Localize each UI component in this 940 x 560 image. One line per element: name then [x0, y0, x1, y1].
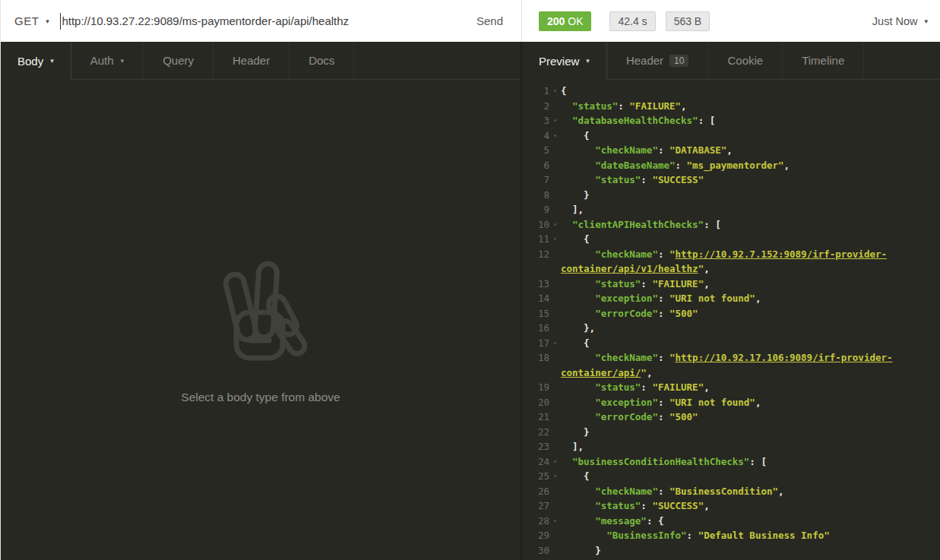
fold-arrow-icon[interactable]: ▾ — [549, 336, 561, 351]
json-punctuation: ], — [572, 204, 584, 215]
code-line-text: "checkName": "http://10.92.7.152:9089/ir… — [561, 247, 887, 262]
json-link[interactable]: http://10.92.7.152:9089/irf-provider- — [676, 248, 887, 260]
code-row: 23], — [522, 439, 940, 454]
tab-timeline[interactable]: Timeline — [783, 42, 864, 79]
json-punctuation: : { — [647, 515, 664, 527]
json-link[interactable]: http://10.92.17.106:9089/irf-provider- — [676, 352, 893, 363]
json-string: "Default Business Info" — [698, 530, 830, 541]
line-number: 10 — [522, 217, 549, 233]
code-row: 12"checkName": "http://10.92.7.152:9089/… — [522, 247, 940, 262]
line-number: 4 — [522, 128, 549, 144]
json-punctuation: }, — [584, 322, 595, 334]
json-punctuation: : [ — [749, 456, 767, 467]
chevron-down-icon: ▾ — [121, 57, 125, 65]
tab-label: Timeline — [802, 54, 844, 67]
code-row: 29"BusinessInfo": "Default Business Info… — [522, 528, 940, 543]
tab-body[interactable]: Body ▾ — [1, 42, 71, 80]
peace-hand-icon — [214, 258, 307, 365]
tab-label: Header — [626, 54, 663, 67]
code-line-text: "status": "FAILURE", — [561, 99, 687, 114]
url-input[interactable]: http://10.93.27.22:9089/ms-paymentorder-… — [60, 0, 463, 42]
code-line-text: "checkName": "BusinessCondition", — [561, 484, 784, 499]
json-link[interactable]: container/api/ — [561, 367, 641, 378]
code-line-text: "message": { — [561, 514, 663, 529]
json-string: "URI not found" — [669, 293, 755, 304]
tab-response-header[interactable]: Header 10 — [607, 42, 709, 79]
fold-arrow-icon[interactable]: ▾ — [549, 514, 561, 529]
fold-gutter — [549, 202, 561, 217]
code-line-text: "dateBaseName": "ms_paymentorder", — [561, 158, 790, 173]
fold-gutter — [549, 321, 561, 336]
line-number: 23 — [522, 439, 549, 454]
fold-arrow-icon[interactable]: ▾ — [549, 217, 561, 233]
line-number: 22 — [522, 425, 549, 440]
tab-cookie[interactable]: Cookie — [708, 42, 783, 79]
json-key: "status" — [595, 174, 641, 185]
json-punctuation: , — [755, 293, 761, 304]
tab-query[interactable]: Query — [144, 42, 214, 79]
code-row: 11▾{ — [522, 232, 940, 247]
json-string: " — [669, 352, 676, 363]
request-url-bar: GET ▾ http://10.93.27.22:9089/ms-payment… — [1, 0, 522, 42]
fold-arrow-icon[interactable]: ▾ — [549, 128, 561, 144]
fold-gutter — [549, 291, 561, 306]
line-number: 6 — [522, 158, 549, 173]
code-row: 13"status": "FAILURE", — [522, 277, 940, 292]
tab-header[interactable]: Header — [214, 42, 290, 79]
json-punctuation: { — [584, 233, 590, 245]
code-row: container/api/v1/healthz", — [522, 261, 940, 277]
json-punctuation: : — [687, 530, 698, 541]
code-line-text: { — [561, 336, 590, 351]
line-number: 16 — [522, 321, 549, 336]
response-pane: Preview ▾ Header 10 Cookie Timeline 1▾{2… — [522, 42, 940, 560]
fold-arrow-icon[interactable]: ▾ — [549, 113, 561, 128]
code-row: 5"checkName": "DATABASE", — [522, 143, 940, 158]
code-line-text: } — [561, 543, 601, 558]
code-row: 9], — [522, 202, 940, 217]
json-key: "status" — [595, 500, 641, 511]
json-link[interactable]: container/api/v1/healthz — [561, 263, 698, 274]
json-key: "status" — [595, 278, 641, 289]
json-punctuation: , — [704, 278, 710, 289]
json-punctuation: : — [658, 486, 669, 497]
line-number: 15 — [522, 306, 549, 321]
json-string: " — [641, 367, 647, 378]
code-row: 7"status": "SUCCESS" — [522, 172, 940, 188]
line-number: 14 — [522, 291, 549, 306]
json-punctuation: , — [784, 160, 790, 171]
fold-gutter — [549, 306, 561, 321]
json-punctuation: { — [561, 85, 567, 96]
code-row: 10▾"clientAPIHealthChecks": [ — [522, 217, 940, 233]
code-row: 8} — [522, 188, 940, 203]
code-row: 4▾{ — [522, 128, 940, 144]
response-history-dropdown[interactable]: Just Now ▾ — [872, 15, 928, 27]
code-row: 14"exception": "URI not found", — [522, 291, 940, 306]
line-number: 19 — [522, 380, 549, 395]
rest-client-window: GET ▾ http://10.93.27.22:9089/ms-payment… — [0, 0, 940, 560]
json-string: "FAILURE" — [629, 100, 681, 112]
fold-gutter — [549, 247, 561, 262]
line-number: 25 — [522, 469, 549, 484]
fold-arrow-icon[interactable]: ▾ — [549, 469, 561, 484]
tab-docs[interactable]: Docs — [290, 42, 354, 79]
json-punctuation: : — [658, 248, 669, 260]
fold-gutter — [549, 143, 561, 158]
fold-arrow-icon[interactable]: ▾ — [549, 454, 561, 470]
json-punctuation: { — [584, 470, 590, 482]
json-punctuation: } — [595, 545, 601, 556]
fold-arrow-icon[interactable]: ▾ — [549, 84, 561, 99]
send-button[interactable]: Send — [463, 14, 521, 27]
line-number: 3 — [522, 113, 549, 128]
code-row: 27"status": "SUCCESS", — [522, 498, 940, 514]
tab-auth[interactable]: Auth ▾ — [71, 42, 144, 79]
json-punctuation: : — [676, 160, 687, 171]
method-dropdown[interactable]: GET ▾ — [1, 14, 60, 27]
response-code-viewer[interactable]: 1▾{2"status": "FAILURE",3▾"databaseHealt… — [522, 80, 940, 560]
json-key: "status" — [572, 100, 618, 112]
code-line-text: { — [561, 469, 590, 484]
tab-preview[interactable]: Preview ▾ — [522, 42, 607, 80]
fold-arrow-icon[interactable]: ▾ — [549, 232, 561, 247]
json-punctuation: , — [704, 500, 710, 511]
line-number — [522, 261, 549, 277]
history-label: Just Now — [872, 15, 918, 27]
